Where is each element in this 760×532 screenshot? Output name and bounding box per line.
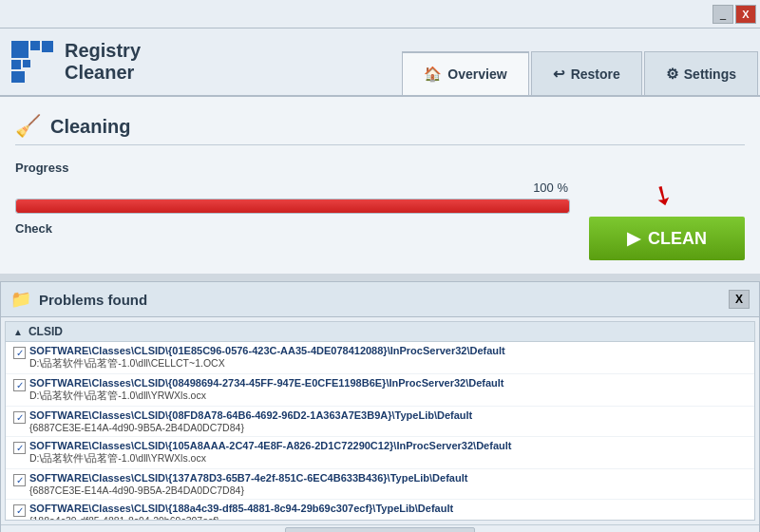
tab-settings[interactable]: ⚙ Settings [644, 51, 758, 95]
item-value-0: D:\品茗软件\品茗管-1.0\dll\CELLCT~1.OCX [29, 357, 505, 370]
item-value-5: {188a4c39-df85-4881-8c94-29b69c307ecf} [29, 515, 453, 521]
clean-button-area: ➘ ▶ CLEAN [589, 161, 745, 260]
problems-section: 📁 Problems found X ▲ CLSID ✓ SOFTWARE\Cl… [0, 281, 760, 532]
minimize-button[interactable]: _ [712, 5, 733, 24]
tab-overview-label: Overview [447, 66, 506, 82]
progress-label: Progress [15, 161, 570, 175]
title-bar: _ X [0, 0, 760, 28]
clean-button-label: CLEAN [648, 229, 707, 249]
checkbox-5[interactable]: ✓ [13, 504, 26, 517]
svg-rect-0 [11, 41, 28, 58]
restore-icon: ↩ [553, 66, 565, 83]
checkbox-3[interactable]: ✓ [13, 442, 26, 454]
main-content: 🧹 Cleaning Progress 100 % Check ➘ ▶ CLEA… [0, 97, 760, 274]
column-label: CLSID [28, 325, 63, 338]
logo-line2: Cleaner [65, 62, 141, 84]
sort-icon: ▲ [13, 327, 23, 337]
problems-title: Problems found [39, 292, 147, 308]
checkbox-2[interactable]: ✓ [13, 411, 26, 424]
tab-overview[interactable]: 🏠 Overview [402, 51, 528, 95]
cleaning-title: Cleaning [50, 116, 130, 138]
svg-rect-1 [30, 41, 40, 50]
progress-area: Progress 100 % Check ➘ ▶ CLEAN [15, 155, 745, 264]
checkbox-0[interactable]: ✓ [13, 347, 26, 359]
horizontal-scrollbar[interactable] [285, 527, 475, 532]
list-item[interactable]: ✓ SOFTWARE\Classes\CLSID\{105A8AAA-2C47-… [6, 437, 754, 469]
item-value-3: D:\品茗软件\品茗管-1.0\dll\YRWXls.ocx [29, 452, 511, 466]
item-key-5: SOFTWARE\Classes\CLSID\{188a4c39-df85-48… [29, 503, 453, 514]
logo-text: Registry Cleaner [65, 40, 141, 84]
item-key-2: SOFTWARE\Classes\CLSID\{08FD8A78-64B6-46… [29, 409, 472, 421]
list-column-header: ▲ CLSID [6, 322, 754, 342]
item-value-4: {6887CE3E-E14A-4d90-9B5A-2B4DA0DC7D84} [29, 484, 467, 496]
item-key-4: SOFTWARE\Classes\CLSID\{137A78D3-65B7-4e… [29, 472, 467, 484]
svg-rect-3 [11, 60, 21, 69]
progress-percent: 100 % [15, 180, 570, 195]
progress-bar [15, 199, 570, 214]
settings-icon: ⚙ [666, 66, 678, 83]
list-item[interactable]: ✓ SOFTWARE\Classes\CLSID\{08FD8A78-64B6-… [6, 407, 754, 437]
folder-icon: 📁 [10, 289, 31, 310]
home-icon: 🏠 [424, 66, 442, 83]
problems-list[interactable]: ▲ CLSID ✓ SOFTWARE\Classes\CLSID\{01E85C… [5, 321, 755, 521]
list-item[interactable]: ✓ SOFTWARE\Classes\CLSID\{137A78D3-65B7-… [6, 469, 754, 500]
list-item[interactable]: ✓ SOFTWARE\Classes\CLSID\{08498694-2734-… [6, 374, 754, 407]
problems-close-button[interactable]: X [729, 290, 750, 309]
progress-fill [16, 200, 569, 213]
broom-icon: 🧹 [15, 114, 41, 139]
close-window-button[interactable]: X [735, 5, 756, 24]
play-icon: ▶ [627, 228, 640, 249]
logo-line1: Registry [65, 40, 141, 62]
logo-area: Registry Cleaner [10, 39, 218, 85]
list-item[interactable]: ✓ SOFTWARE\Classes\CLSID\{01E85C96-0576-… [6, 342, 754, 374]
list-item[interactable]: ✓ SOFTWARE\Classes\CLSID\{188a4c39-df85-… [6, 500, 754, 521]
clean-button[interactable]: ▶ CLEAN [589, 217, 745, 260]
problems-header: 📁 Problems found X [1, 282, 759, 317]
svg-rect-5 [11, 71, 25, 83]
cleaning-header: 🧹 Cleaning [15, 106, 745, 145]
tab-settings-label: Settings [684, 66, 736, 82]
svg-rect-4 [23, 60, 30, 67]
checkbox-1[interactable]: ✓ [13, 379, 26, 391]
item-key-0: SOFTWARE\Classes\CLSID\{01E85C96-0576-42… [29, 345, 505, 356]
checkbox-4[interactable]: ✓ [13, 474, 26, 486]
problems-items: ✓ SOFTWARE\Classes\CLSID\{01E85C96-0576-… [6, 342, 754, 521]
item-key-1: SOFTWARE\Classes\CLSID\{08498694-2734-45… [29, 377, 504, 389]
tab-restore-label: Restore [571, 66, 620, 82]
svg-rect-2 [42, 41, 53, 52]
horizontal-scrollbar-area [1, 524, 759, 532]
item-value-2: {6887CE3E-E14A-4d90-9B5A-2B4DA0DC7D84} [29, 422, 472, 433]
check-label: Check [15, 221, 570, 236]
progress-section: Progress 100 % Check [15, 161, 570, 236]
nav-tabs: 🏠 Overview ↩ Restore ⚙ Settings [402, 28, 760, 95]
app-header: Registry Cleaner 🏠 Overview ↩ Restore ⚙ … [0, 28, 760, 97]
arrow-indicator: ➘ [645, 176, 679, 214]
item-value-1: D:\品茗软件\品茗管-1.0\dll\YRWXls.ocx [29, 390, 504, 403]
item-key-3: SOFTWARE\Classes\CLSID\{105A8AAA-2C47-4E… [29, 440, 511, 451]
logo-icon [10, 39, 55, 85]
tab-restore[interactable]: ↩ Restore [531, 51, 642, 95]
